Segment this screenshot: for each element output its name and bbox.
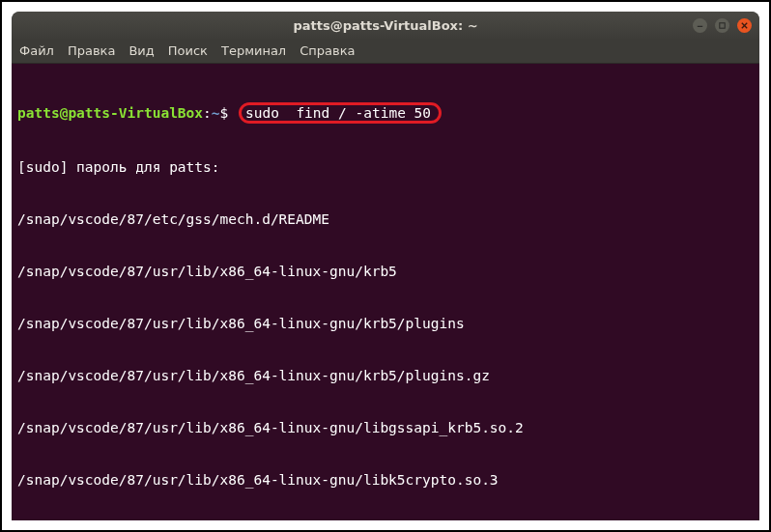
close-icon: [740, 21, 749, 30]
output-line: /snap/vscode/87/usr/lib/x86_64-linux-gnu…: [17, 471, 754, 489]
prompt-line: patts@patts-VirtualBox:~$ sudo find / -a…: [17, 102, 754, 124]
menu-search[interactable]: Поиск: [168, 43, 208, 58]
close-button[interactable]: [737, 18, 752, 33]
menu-terminal[interactable]: Терминал: [221, 43, 286, 58]
output-line: /snap/vscode/87/usr/lib/x86_64-linux-gnu…: [17, 315, 754, 332]
window-controls: [693, 18, 752, 33]
window-title: patts@patts-VirtualBox: ~: [293, 18, 477, 33]
command-highlight: sudo find / -atime 50: [239, 102, 442, 124]
minimize-button[interactable]: [693, 18, 707, 33]
output-line: /snap/vscode/87/usr/lib/x86_64-linux-gnu…: [17, 419, 754, 436]
output-line: /snap/vscode/87/etc/gss/mech.d/README: [17, 210, 754, 228]
minimize-icon: [696, 21, 704, 30]
prompt-path: ~: [212, 105, 220, 121]
output-line: /snap/vscode/87/usr/lib/x86_64-linux-gnu…: [17, 263, 754, 280]
terminal-window: patts@patts-VirtualBox: ~ Файл Правка Ви…: [12, 12, 759, 520]
menu-view[interactable]: Вид: [128, 43, 154, 58]
prompt-colon: :: [203, 105, 212, 121]
svg-rect-1: [720, 22, 725, 27]
maximize-icon: [718, 21, 727, 30]
menu-file[interactable]: Файл: [19, 43, 54, 58]
prompt-symbol: $: [220, 105, 237, 121]
titlebar: patts@patts-VirtualBox: ~: [12, 12, 759, 39]
maximize-button[interactable]: [715, 18, 729, 33]
menu-help[interactable]: Справка: [300, 43, 355, 58]
menubar: Файл Правка Вид Поиск Терминал Справка: [12, 39, 759, 64]
terminal-area[interactable]: patts@patts-VirtualBox:~$ sudo find / -a…: [12, 64, 759, 520]
screenshot-frame: patts@patts-VirtualBox: ~ Файл Правка Ви…: [0, 0, 771, 532]
command-text: sudo find / -atime 50: [245, 105, 431, 121]
prompt-user-host: patts@patts-VirtualBox: [17, 105, 203, 121]
menu-edit[interactable]: Правка: [68, 43, 115, 58]
output-line: [sudo] пароль для patts:: [17, 158, 754, 176]
output-line: /snap/vscode/87/usr/lib/x86_64-linux-gnu…: [17, 367, 754, 384]
